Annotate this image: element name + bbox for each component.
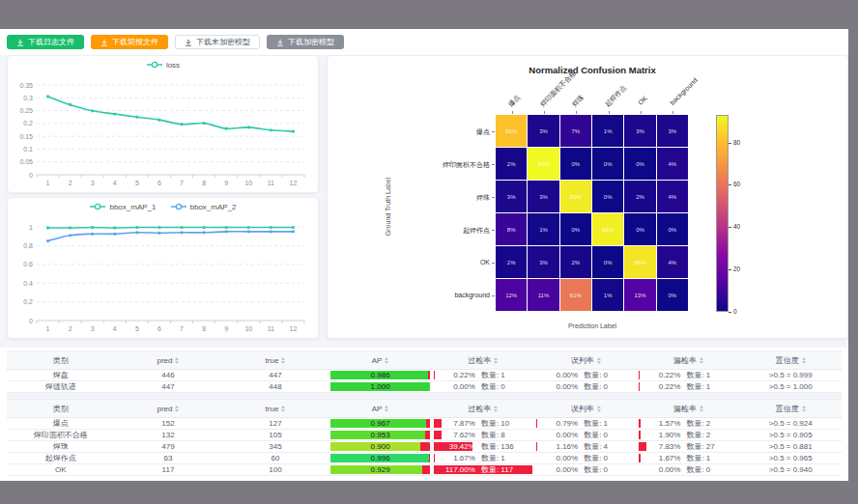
cm-cell: 1% xyxy=(592,279,623,311)
column-header-miss[interactable]: 漏检率 xyxy=(637,351,739,369)
rate-count: 数量: 0 xyxy=(481,381,526,392)
sort-caret-icon[interactable] xyxy=(175,406,179,412)
legend-item-bbox_mAP_2[interactable]: bbox_mAP_2 xyxy=(170,203,237,211)
table-row: 爆点1521270.9677.87%数量: 100.79%数量: 11.57%数… xyxy=(7,418,842,430)
column-header-mis[interactable]: 误判率 xyxy=(534,400,637,417)
rate-cell: 117.00%数量: 117 xyxy=(434,465,532,474)
summary-table-2: 类别predtrueAP过检率误判率漏检率置信度爆点1521270.9677.8… xyxy=(7,399,842,476)
sort-caret-icon[interactable] xyxy=(385,357,388,364)
rate-cell: 0.00%数量: 0 xyxy=(639,465,737,474)
column-header-mis[interactable]: 误判率 xyxy=(534,351,637,369)
sort-caret-icon[interactable] xyxy=(597,357,601,364)
x-tick-label: 1 xyxy=(46,325,50,332)
sort-caret-icon[interactable] xyxy=(700,406,703,412)
data-point xyxy=(225,226,228,229)
data-point xyxy=(270,226,272,229)
sort-caret-icon[interactable] xyxy=(802,357,806,364)
cm-cell: 3% xyxy=(528,246,558,278)
summary-table-1: 类别predtrueAP过检率误判率漏检率置信度焊盘4464470.9860.2… xyxy=(7,350,842,393)
rate-cell: 1.67%数量: 1 xyxy=(639,454,737,462)
column-header-ap[interactable]: AP xyxy=(329,400,431,417)
sort-caret-icon[interactable] xyxy=(494,357,498,364)
download-button-1[interactable]: 下载日志文件 xyxy=(7,35,84,49)
data-point xyxy=(157,119,160,122)
colorbar-tick xyxy=(729,227,731,228)
sort-caret-icon[interactable] xyxy=(281,357,285,364)
legend-item-bbox_mAP_1[interactable]: bbox_mAP_1 xyxy=(89,203,156,211)
column-header-miss[interactable]: 漏检率 xyxy=(637,400,739,417)
cm-cell: 3% xyxy=(657,115,688,147)
rate-percent: 0.00% xyxy=(645,465,680,474)
sort-caret-icon[interactable] xyxy=(802,406,806,412)
download-button-4[interactable]: 下载加密模型 xyxy=(267,35,344,49)
column-header-conf[interactable]: 置信度 xyxy=(740,400,842,417)
rate-cell: 39.42%数量: 136 xyxy=(434,442,532,451)
cell-over: 0.22%数量: 1 xyxy=(432,370,534,380)
column-header-over[interactable]: 过检率 xyxy=(432,351,534,369)
y-tick-label: 0.05 xyxy=(19,158,33,165)
y-tick-label: 0 xyxy=(29,318,33,324)
cell-ap: 0.929 xyxy=(329,464,431,475)
cell-mis: 0.00%数量: 0 xyxy=(534,370,637,380)
cm-col-tick xyxy=(641,111,642,114)
column-header-ap[interactable]: AP xyxy=(329,351,431,369)
rate-count: 数量: 8 xyxy=(481,430,526,440)
sort-caret-icon[interactable] xyxy=(175,357,179,364)
cell-ap: 0.900 xyxy=(329,441,431,452)
x-tick-label: 10 xyxy=(244,180,252,186)
column-header-conf[interactable]: 置信度 xyxy=(740,351,842,369)
sort-caret-icon[interactable] xyxy=(494,406,498,412)
rate-cell: 1.90%数量: 2 xyxy=(639,431,737,439)
ap-bar-track: 1.000 xyxy=(330,382,429,391)
x-tick-label: 8 xyxy=(202,325,206,332)
y-tick-label: 0.3 xyxy=(23,95,33,101)
data-point xyxy=(247,126,250,128)
cell-conf: >0.5 = 0.999 xyxy=(740,370,842,380)
download-icon xyxy=(16,39,24,46)
cm-cell: 13% xyxy=(624,279,655,311)
cm-col-label: 焊珠 xyxy=(570,93,586,109)
cell-mis: 0.00%数量: 0 xyxy=(534,453,637,463)
rate-cell: 0.79%数量: 1 xyxy=(536,419,635,428)
cell-miss: 0.00%数量: 0 xyxy=(637,464,739,475)
legend-item-loss[interactable]: loss xyxy=(146,61,180,70)
cm-row-label: background xyxy=(420,292,490,298)
download-button-2[interactable]: 下载简报文件 xyxy=(91,35,168,49)
cm-row-label: 起焊作点 xyxy=(420,226,490,236)
sort-caret-icon[interactable] xyxy=(281,406,285,412)
column-header-true[interactable]: true xyxy=(221,351,329,369)
sort-caret-icon[interactable] xyxy=(597,406,601,412)
x-tick-label: 5 xyxy=(135,180,139,186)
map-chart-card: bbox_mAP_1bbox_mAP_2 00.20.40.60.8112345… xyxy=(7,197,319,339)
sort-caret-icon[interactable] xyxy=(385,406,388,412)
download-button-3[interactable]: 下载未加密模型 xyxy=(175,35,260,49)
data-point xyxy=(46,226,49,229)
cell-ap: 0.986 xyxy=(329,370,431,380)
series-line-bbox_mAP_2 xyxy=(48,232,294,241)
rate-count: 数量: 0 xyxy=(686,464,730,475)
cell-over: 7.62%数量: 8 xyxy=(432,430,534,440)
y-tick-label: 0.8 xyxy=(23,242,33,249)
rate-count: 数量: 1 xyxy=(584,418,628,429)
cm-cell: 3% xyxy=(624,115,655,147)
rate-cell: 7.87%数量: 10 xyxy=(434,419,532,428)
cm-cell: 90% xyxy=(560,181,591,212)
colorbar-tick-label: 20 xyxy=(733,266,740,272)
x-tick-label: 9 xyxy=(224,325,228,332)
x-tick-label: 6 xyxy=(157,180,161,186)
cell-conf: >0.5 = 0.940 xyxy=(740,464,842,475)
rate-percent: 117.00% xyxy=(441,465,475,474)
cm-col-tick xyxy=(672,111,673,114)
cm-cell: 11% xyxy=(528,279,558,311)
column-label: true xyxy=(266,405,279,413)
column-label: 类别 xyxy=(53,404,69,414)
column-header-true[interactable]: true xyxy=(221,400,329,417)
data-point xyxy=(135,116,138,119)
legend-line-icon xyxy=(170,203,187,210)
column-header-pred[interactable]: pred xyxy=(114,400,221,417)
column-header-pred[interactable]: pred xyxy=(114,351,221,369)
ap-bar-track: 0.929 xyxy=(330,465,429,474)
sort-caret-icon[interactable] xyxy=(700,357,703,364)
column-header-over[interactable]: 过检率 xyxy=(432,400,534,417)
y-tick-label: 0.1 xyxy=(23,146,33,153)
